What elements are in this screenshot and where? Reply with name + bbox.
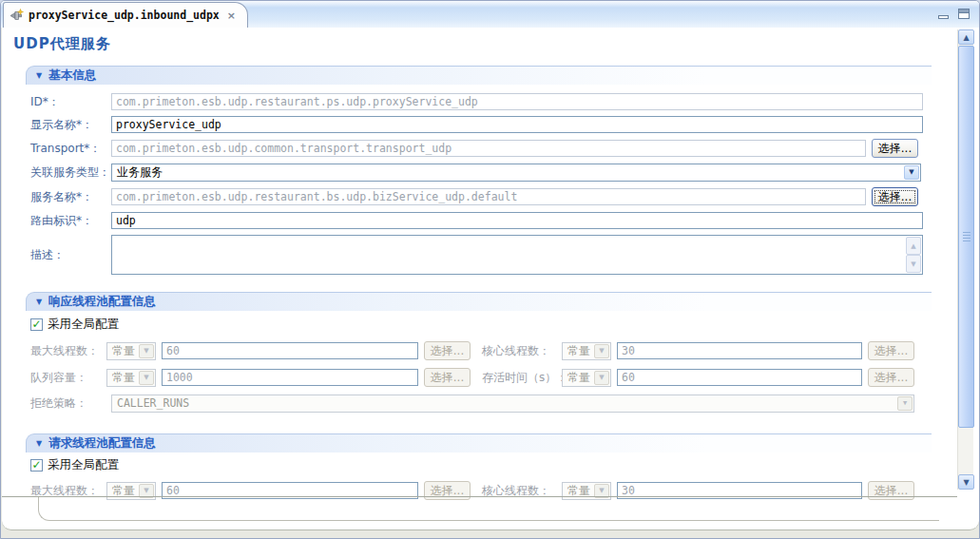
section-header-response-pool[interactable]: ▼ 响应线程池配置信息: [26, 292, 932, 311]
display-name-input[interactable]: proxyService_udp: [111, 116, 923, 133]
field-row-service-name: 服务名称*： com.primeton.esb.udp.restaurant.b…: [30, 187, 918, 206]
transport-choose-button[interactable]: 选择...: [872, 139, 918, 158]
collapse-arrow-icon[interactable]: ▼: [36, 71, 42, 80]
queue-capacity-choose-button: 选择...: [424, 368, 471, 387]
view-controls: [938, 9, 970, 19]
service-type-value: 业务服务: [117, 164, 163, 181]
response-pool-row-1: 最大线程数： 常量 ▼ 60 选择... 核心线程数： 常量 ▼ 30 选择..…: [30, 341, 914, 360]
chevron-down-icon: ▼: [594, 344, 609, 358]
use-global-label: 采用全局配置: [48, 457, 119, 473]
queue-capacity-type-select: 常量 ▼: [106, 369, 156, 387]
service-name-input: com.primeton.esb.udp.restaurant.bs.udp.b…: [111, 188, 866, 205]
chevron-down-icon: ▼: [897, 396, 913, 411]
field-row-id: ID*： com.primeton.esb.udp.restaurant.ps.…: [30, 92, 923, 111]
scrollbar-thumb[interactable]: [958, 46, 974, 428]
id-input: com.primeton.esb.udp.restaurant.ps.udp.p…: [111, 93, 923, 110]
field-row-description: 描述： ▲ ▼: [30, 235, 923, 275]
service-type-label: 关联服务类型：: [30, 164, 111, 181]
scroll-up-icon[interactable]: ▲: [958, 29, 974, 45]
chevron-down-icon: ▼: [139, 371, 154, 385]
combo-value: 常量: [112, 370, 135, 386]
service-type-select[interactable]: 业务服务 ▼: [111, 164, 921, 182]
use-global-label: 采用全局配置: [48, 317, 119, 333]
route-id-label: 路由标识*：: [30, 213, 111, 229]
combo-value: 常量: [567, 343, 590, 359]
keep-alive-type-select: 常量 ▼: [562, 369, 611, 387]
page-title: UDP代理服务: [13, 35, 111, 53]
service-name-choose-button[interactable]: 选择...: [872, 187, 918, 206]
keep-alive-choose-button: 选择...: [868, 368, 914, 387]
reject-policy-row: 拒绝策略： CALLER_RUNS ▼: [30, 394, 914, 413]
section-title-request-pool: 请求线程池配置信息: [48, 435, 156, 452]
scroll-down-icon[interactable]: ▼: [958, 474, 974, 490]
section-header-request-pool[interactable]: ▼ 请求线程池配置信息: [26, 433, 932, 452]
reject-policy-label: 拒绝策略：: [30, 395, 111, 412]
form-inner-border: [38, 497, 939, 521]
chevron-down-icon: ▼: [594, 371, 609, 385]
route-id-input[interactable]: udp: [111, 212, 923, 229]
editor-tab[interactable]: proxyService_udp.inbound_udpx ×: [3, 2, 248, 28]
combo-value: 常量: [567, 370, 590, 386]
description-textarea[interactable]: ▲ ▼: [111, 235, 923, 275]
max-threads-label: 最大线程数：: [30, 343, 106, 359]
queue-capacity-input: 1000: [162, 369, 418, 386]
field-row-service-type: 关联服务类型： 业务服务 ▼: [30, 163, 921, 182]
field-row-transport: Transport*： com.primeton.esb.udp.common.…: [30, 139, 918, 158]
scrollbar-grip: [963, 232, 970, 241]
collapse-arrow-icon[interactable]: ▼: [36, 298, 42, 306]
transport-input: com.primeton.esb.udp.common.transport.tr…: [111, 140, 866, 157]
minimize-icon[interactable]: [938, 15, 949, 19]
scroll-up-icon[interactable]: ▲: [906, 237, 921, 255]
tab-title: proxyService_udp.inbound_udpx: [29, 9, 220, 22]
queue-capacity-label: 队列容量：: [30, 370, 106, 386]
editor-window: proxyService_udp.inbound_udpx × UDP代理服务 …: [0, 0, 980, 539]
close-icon[interactable]: ×: [225, 10, 238, 22]
core-threads-input: 30: [617, 342, 862, 359]
editor-tab-bar: proxyService_udp.inbound_udpx ×: [1, 1, 979, 28]
request-global-config-row: ✓ 采用全局配置: [30, 457, 119, 472]
keep-alive-input: 60: [617, 369, 862, 386]
field-row-route-id: 路由标识*： udp: [30, 211, 923, 230]
core-threads-label: 核心线程数：: [482, 343, 562, 359]
collapse-arrow-icon[interactable]: ▼: [36, 439, 42, 448]
description-label: 描述：: [30, 247, 111, 263]
chevron-down-icon[interactable]: ▼: [904, 165, 919, 180]
use-global-checkbox[interactable]: ✓: [30, 318, 43, 331]
response-global-config-row: ✓ 采用全局配置: [30, 317, 119, 332]
use-global-checkbox[interactable]: ✓: [30, 459, 43, 472]
core-threads-choose-button: 选择...: [868, 341, 914, 360]
description-scrollbar: ▲ ▼: [906, 237, 921, 273]
section-header-basic[interactable]: ▼ 基本信息: [26, 66, 932, 85]
section-title-basic: 基本信息: [48, 67, 96, 84]
chevron-down-icon: ▼: [139, 344, 154, 358]
keep-alive-label: 存活时间（s）：: [482, 370, 562, 386]
max-threads-type-select: 常量 ▼: [106, 342, 156, 360]
service-name-label: 服务名称*：: [30, 189, 111, 205]
scroll-down-icon[interactable]: ▼: [906, 255, 921, 273]
reject-policy-value: CALLER_RUNS: [117, 396, 189, 410]
editor-content: UDP代理服务 ▼ 基本信息 ID*： com.primeton.esb.udp…: [2, 28, 979, 530]
transport-label: Transport*：: [30, 141, 111, 157]
response-pool-row-2: 队列容量： 常量 ▼ 1000 选择... 存活时间（s）： 常量 ▼ 60 选…: [30, 368, 914, 387]
proxy-service-icon: [10, 9, 24, 23]
display-name-label: 显示名称*：: [30, 117, 111, 133]
id-label: ID*：: [30, 94, 111, 110]
combo-value: 常量: [112, 343, 135, 359]
field-row-display-name: 显示名称*： proxyService_udp: [30, 115, 923, 134]
reject-policy-select: CALLER_RUNS ▼: [111, 395, 914, 413]
core-threads-type-select: 常量 ▼: [562, 342, 611, 360]
vertical-scrollbar[interactable]: ▲ ▼: [957, 29, 973, 490]
max-threads-choose-button: 选择...: [424, 341, 471, 360]
max-threads-input: 60: [162, 342, 418, 359]
maximize-icon[interactable]: [958, 9, 970, 19]
section-title-response-pool: 响应线程池配置信息: [48, 294, 156, 310]
